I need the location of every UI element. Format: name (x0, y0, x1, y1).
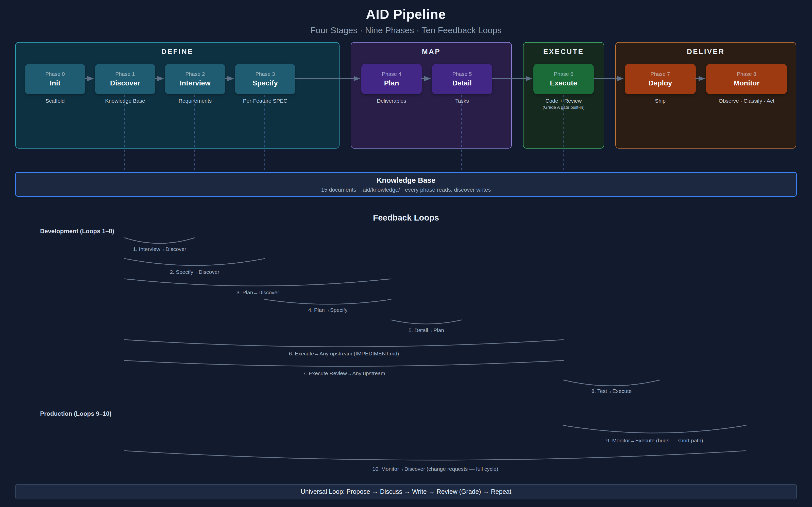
phase-caption: Tasks (455, 98, 469, 104)
phase-specify: Phase 3 Specify Per-Feature SPEC (235, 64, 295, 104)
phase-name: Execute (550, 79, 577, 87)
page-subtitle: Four Stages · Nine Phases · Ten Feedback… (0, 25, 812, 35)
page-title: AID Pipeline (0, 7, 812, 22)
feedback-loop-label-9: 9. Monitor→Execute (bugs — short path) (606, 438, 703, 444)
phase-execute: Phase 6 Execute Code + Review (Grade A g… (534, 64, 594, 110)
page-header: AID Pipeline Four Stages · Nine Phases ·… (0, 7, 812, 35)
universal-loop-text: Universal Loop: Propose → Discuss → Writ… (16, 485, 796, 498)
phase-monitor-box: Phase 8 Monitor (706, 64, 787, 94)
phase-name: Discover (110, 79, 140, 87)
phase-plan-box: Phase 4 Plan (361, 64, 422, 94)
phase-label: Phase 5 (452, 71, 472, 77)
phase-label: Phase 8 (737, 71, 756, 77)
phase-label: Phase 7 (650, 71, 670, 77)
phase-caption: Deliverables (377, 98, 406, 104)
feedback-loop-label-7: 7. Execute Review→Any upstream (303, 371, 385, 377)
phase-label: Phase 6 (554, 71, 573, 77)
stage-execute-title: EXECUTE (523, 48, 604, 56)
feedback-loop-label-8: 8. Test→Execute (592, 388, 631, 394)
phase-monitor: Phase 8 Monitor Observe · Classify · Act (706, 64, 787, 104)
phase-caption: Scaffold (45, 98, 65, 104)
feedback-loop-label-2: 2. Specify→Discover (170, 269, 219, 275)
phase-caption: Per-Feature SPEC (243, 98, 287, 104)
phase-execute-box: Phase 6 Execute (534, 64, 594, 94)
phase-discover: Phase 1 Discover Knowledge Base (95, 64, 155, 104)
phase-deploy: Phase 7 Deploy Ship (625, 64, 696, 104)
stage-define-title: DEFINE (16, 48, 339, 56)
phase-name: Interview (180, 79, 210, 87)
phase-caption: Observe · Classify · Act (719, 98, 774, 104)
stage-define: DEFINE Phase 0 Init Scaffold Phase 1 Dis… (15, 42, 340, 149)
phase-label: Phase 0 (45, 71, 65, 77)
phase-plan: Phase 4 Plan Deliverables (361, 64, 422, 104)
phase-caption: Ship (655, 98, 666, 104)
development-loops-heading: Development (Loops 1–8) (40, 228, 114, 235)
phase-caption-secondary: (Grade A gate built-in) (543, 105, 585, 110)
universal-loop-bar: Universal Loop: Propose → Discuss → Writ… (15, 484, 797, 499)
phase-name: Monitor (733, 79, 760, 87)
knowledge-base-title: Knowledge Base (16, 176, 796, 184)
phase-detail: Phase 5 Detail Tasks (432, 64, 492, 104)
stage-map: MAP Phase 4 Plan Deliverables Phase 5 De… (351, 42, 512, 149)
stage-map-title: MAP (351, 48, 511, 56)
phase-init: Phase 0 Init Scaffold (25, 64, 85, 104)
feedback-loop-label-4: 4. Plan→Specify (308, 307, 347, 313)
phase-name: Plan (384, 79, 399, 87)
knowledge-base-bar: Knowledge Base 15 documents · .aid/knowl… (15, 172, 797, 197)
phase-caption: Requirements (179, 98, 212, 104)
phase-discover-box: Phase 1 Discover (95, 64, 155, 94)
feedback-loop-label-5: 5. Detail→Plan (409, 327, 444, 333)
phase-interview-box: Phase 2 Interview (165, 64, 225, 94)
stage-deliver: DELIVER Phase 7 Deploy Ship Phase 8 Moni… (615, 42, 796, 149)
phase-label: Phase 2 (185, 71, 205, 77)
feedback-loop-label-6: 6. Execute→Any upstream (IMPEDIMENT.md) (289, 351, 399, 357)
phase-specify-box: Phase 3 Specify (235, 64, 295, 94)
phase-name: Detail (452, 79, 472, 87)
phase-caption: Knowledge Base (105, 98, 145, 104)
phase-name: Init (50, 79, 60, 87)
feedback-loops-title: Feedback Loops (0, 213, 812, 223)
phase-name: Deploy (648, 79, 672, 87)
stage-execute: EXECUTE Phase 6 Execute Code + Review (G… (523, 42, 604, 149)
phase-deploy-box: Phase 7 Deploy (625, 64, 696, 94)
phase-label: Phase 3 (255, 71, 275, 77)
phase-interview: Phase 2 Interview Requirements (165, 64, 225, 104)
phase-init-box: Phase 0 Init (25, 64, 85, 94)
feedback-loop-label-1: 1. Interview→Discover (133, 246, 186, 252)
knowledge-base-subtitle: 15 documents · .aid/knowledge/ · every p… (16, 186, 796, 193)
feedback-loop-label-10: 10. Monitor→Discover (change requests — … (372, 466, 498, 472)
feedback-loop-label-3: 3. Plan→Discover (237, 289, 279, 295)
stage-deliver-title: DELIVER (616, 48, 796, 56)
phase-detail-box: Phase 5 Detail (432, 64, 492, 94)
production-loops-heading: Production (Loops 9–10) (40, 410, 111, 417)
phase-label: Phase 1 (115, 71, 135, 77)
phase-caption: Code + Review (546, 98, 582, 104)
phase-label: Phase 4 (382, 71, 401, 77)
phase-name: Specify (252, 79, 278, 87)
